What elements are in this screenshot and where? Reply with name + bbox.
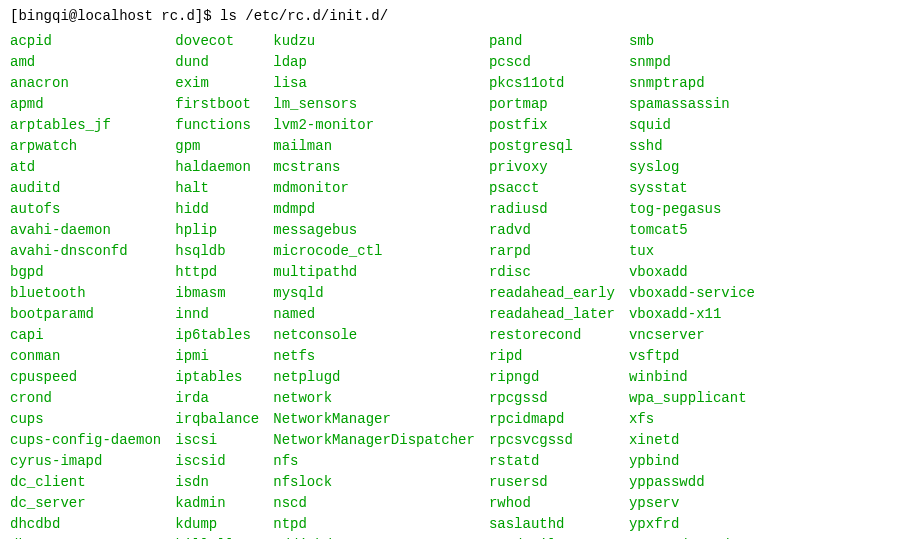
file-entry: crond [10,388,161,409]
file-entry: NetworkManagerDispatcher [273,430,475,451]
file-entry: hsqldb [175,241,259,262]
file-entry: netfs [273,346,475,367]
file-entry: nscd [273,493,475,514]
file-entry: cups [10,409,161,430]
file-entry: ypserv [629,493,755,514]
file-entry: ibmasm [175,283,259,304]
file-entry: iptables [175,367,259,388]
file-entry: isdn [175,472,259,493]
file-entry: psacct [489,178,615,199]
file-entry: halt [175,178,259,199]
file-entry: spamassassin [629,94,755,115]
file-entry: auditd [10,178,161,199]
file-entry: messagebus [273,220,475,241]
file-entry: iscsid [175,451,259,472]
file-entry: winbind [629,367,755,388]
file-entry: mailman [273,136,475,157]
file-entry: ripd [489,346,615,367]
file-entry: rpcgssd [489,388,615,409]
file-entry: postfix [489,115,615,136]
file-entry: iscsi [175,430,259,451]
file-entry: dc_client [10,472,161,493]
prompt-user-host: [bingqi@localhost rc.d]$ [10,8,220,24]
file-entry: dc_server [10,493,161,514]
file-entry: tog-pegasus [629,199,755,220]
file-entry: multipathd [273,262,475,283]
file-entry: exim [175,73,259,94]
file-entry: bluetooth [10,283,161,304]
file-entry: tomcat5 [629,220,755,241]
file-entry: firstboot [175,94,259,115]
file-entry: bootparamd [10,304,161,325]
file-entry: irda [175,388,259,409]
file-entry: ip6tables [175,325,259,346]
file-entry: haldaemon [175,157,259,178]
file-entry: nfs [273,451,475,472]
file-entry: ypbind [629,451,755,472]
file-entry: pcscd [489,52,615,73]
column-1: dovecot dund exim firstboot functions gp… [175,31,259,539]
file-entry: innd [175,304,259,325]
file-entry: bgpd [10,262,161,283]
file-entry: nfslock [273,472,475,493]
file-entry: ypxfrd [629,514,755,535]
file-entry: irqbalance [175,409,259,430]
file-entry: netconsole [273,325,475,346]
file-entry: mcstrans [273,157,475,178]
file-entry: readahead_early [489,283,615,304]
file-entry: snmptrapd [629,73,755,94]
file-entry: yppasswdd [629,472,755,493]
file-entry: ldap [273,52,475,73]
file-entry: portmap [489,94,615,115]
ls-output-columns: acpid amd anacron apmd arptables_jf arpw… [10,31,904,539]
file-entry: NetworkManager [273,409,475,430]
file-entry: anacron [10,73,161,94]
file-entry: cpuspeed [10,367,161,388]
file-entry: conman [10,346,161,367]
file-entry: privoxy [489,157,615,178]
file-entry: network [273,388,475,409]
file-entry: microcode_ctl [273,241,475,262]
file-entry: postgresql [489,136,615,157]
file-entry: rarpd [489,241,615,262]
column-2: kudzu ldap lisa lm_sensors lvm2-monitor … [273,31,475,539]
file-entry: rusersd [489,472,615,493]
file-entry: kdump [175,514,259,535]
file-entry: oddjobd [273,535,475,539]
file-entry: dhcp6r [10,535,161,539]
file-entry: lm_sensors [273,94,475,115]
file-entry: ripngd [489,367,615,388]
file-entry: sshd [629,136,755,157]
file-entry: avahi-daemon [10,220,161,241]
file-entry: apmd [10,94,161,115]
file-entry: mdmonitor [273,178,475,199]
file-entry: pkcs11otd [489,73,615,94]
file-entry: arpwatch [10,136,161,157]
file-entry: autofs [10,199,161,220]
file-entry: rpcidmapd [489,409,615,430]
file-entry: kudzu [273,31,475,52]
file-entry: acpid [10,31,161,52]
file-entry: vboxadd-x11 [629,304,755,325]
column-3: pand pcscd pkcs11otd portmap postfix pos… [489,31,615,539]
file-entry: ipmi [175,346,259,367]
file-entry: rstatd [489,451,615,472]
file-entry: amd [10,52,161,73]
file-entry: sysstat [629,178,755,199]
shell-prompt-line: [bingqi@localhost rc.d]$ ls /etc/rc.d/in… [10,6,904,27]
file-entry: lisa [273,73,475,94]
file-entry: syslog [629,157,755,178]
file-entry: kadmin [175,493,259,514]
prompt-command: ls /etc/rc.d/init.d/ [220,8,388,24]
file-entry: saslauthd [489,514,615,535]
file-entry: arptables_jf [10,115,161,136]
file-entry: wpa_supplicant [629,388,755,409]
file-entry: mdmpd [273,199,475,220]
file-entry: hplip [175,220,259,241]
file-entry: rwhod [489,493,615,514]
file-entry: snmpd [629,52,755,73]
file-entry: rdisc [489,262,615,283]
file-entry: yum-updatesd [629,535,755,539]
file-entry: rpcsvcgssd [489,430,615,451]
file-entry: pand [489,31,615,52]
